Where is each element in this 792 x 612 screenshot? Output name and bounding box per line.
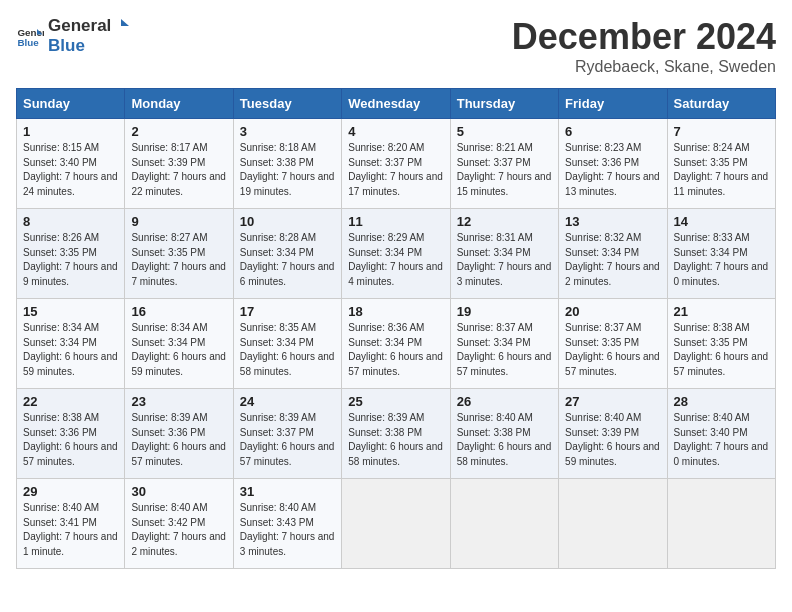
day-number: 25: [348, 394, 443, 409]
header-row: SundayMondayTuesdayWednesdayThursdayFrid…: [17, 89, 776, 119]
day-info: Sunrise: 8:21 AM Sunset: 3:37 PM Dayligh…: [457, 141, 552, 199]
day-cell: 28 Sunrise: 8:40 AM Sunset: 3:40 PM Dayl…: [667, 389, 775, 479]
day-number: 9: [131, 214, 226, 229]
day-number: 13: [565, 214, 660, 229]
day-info: Sunrise: 8:33 AM Sunset: 3:34 PM Dayligh…: [674, 231, 769, 289]
day-number: 10: [240, 214, 335, 229]
day-info: Sunrise: 8:40 AM Sunset: 3:41 PM Dayligh…: [23, 501, 118, 559]
day-number: 7: [674, 124, 769, 139]
day-info: Sunrise: 8:17 AM Sunset: 3:39 PM Dayligh…: [131, 141, 226, 199]
week-row-4: 22 Sunrise: 8:38 AM Sunset: 3:36 PM Dayl…: [17, 389, 776, 479]
day-cell: 14 Sunrise: 8:33 AM Sunset: 3:34 PM Dayl…: [667, 209, 775, 299]
page-header: General Blue General Blue December 2024 …: [16, 16, 776, 76]
day-number: 22: [23, 394, 118, 409]
month-title: December 2024: [512, 16, 776, 58]
day-info: Sunrise: 8:39 AM Sunset: 3:38 PM Dayligh…: [348, 411, 443, 469]
day-info: Sunrise: 8:20 AM Sunset: 3:37 PM Dayligh…: [348, 141, 443, 199]
day-cell: 10 Sunrise: 8:28 AM Sunset: 3:34 PM Dayl…: [233, 209, 341, 299]
header-sunday: Sunday: [17, 89, 125, 119]
week-row-2: 8 Sunrise: 8:26 AM Sunset: 3:35 PM Dayli…: [17, 209, 776, 299]
day-cell: 1 Sunrise: 8:15 AM Sunset: 3:40 PM Dayli…: [17, 119, 125, 209]
header-tuesday: Tuesday: [233, 89, 341, 119]
day-cell: 30 Sunrise: 8:40 AM Sunset: 3:42 PM Dayl…: [125, 479, 233, 569]
svg-marker-3: [121, 19, 129, 26]
day-cell: 20 Sunrise: 8:37 AM Sunset: 3:35 PM Dayl…: [559, 299, 667, 389]
day-info: Sunrise: 8:38 AM Sunset: 3:35 PM Dayligh…: [674, 321, 769, 379]
day-cell: [342, 479, 450, 569]
day-info: Sunrise: 8:18 AM Sunset: 3:38 PM Dayligh…: [240, 141, 335, 199]
day-info: Sunrise: 8:24 AM Sunset: 3:35 PM Dayligh…: [674, 141, 769, 199]
svg-text:Blue: Blue: [17, 37, 39, 48]
day-info: Sunrise: 8:34 AM Sunset: 3:34 PM Dayligh…: [131, 321, 226, 379]
day-info: Sunrise: 8:31 AM Sunset: 3:34 PM Dayligh…: [457, 231, 552, 289]
day-number: 19: [457, 304, 552, 319]
day-number: 29: [23, 484, 118, 499]
day-cell: 31 Sunrise: 8:40 AM Sunset: 3:43 PM Dayl…: [233, 479, 341, 569]
day-info: Sunrise: 8:40 AM Sunset: 3:42 PM Dayligh…: [131, 501, 226, 559]
day-info: Sunrise: 8:40 AM Sunset: 3:38 PM Dayligh…: [457, 411, 552, 469]
day-cell: [667, 479, 775, 569]
day-number: 6: [565, 124, 660, 139]
day-cell: 17 Sunrise: 8:35 AM Sunset: 3:34 PM Dayl…: [233, 299, 341, 389]
day-info: Sunrise: 8:34 AM Sunset: 3:34 PM Dayligh…: [23, 321, 118, 379]
day-info: Sunrise: 8:27 AM Sunset: 3:35 PM Dayligh…: [131, 231, 226, 289]
day-number: 27: [565, 394, 660, 409]
day-cell: 6 Sunrise: 8:23 AM Sunset: 3:36 PM Dayli…: [559, 119, 667, 209]
day-info: Sunrise: 8:26 AM Sunset: 3:35 PM Dayligh…: [23, 231, 118, 289]
day-number: 8: [23, 214, 118, 229]
day-cell: 18 Sunrise: 8:36 AM Sunset: 3:34 PM Dayl…: [342, 299, 450, 389]
day-cell: 29 Sunrise: 8:40 AM Sunset: 3:41 PM Dayl…: [17, 479, 125, 569]
day-number: 1: [23, 124, 118, 139]
header-thursday: Thursday: [450, 89, 558, 119]
day-cell: 15 Sunrise: 8:34 AM Sunset: 3:34 PM Dayl…: [17, 299, 125, 389]
day-cell: 26 Sunrise: 8:40 AM Sunset: 3:38 PM Dayl…: [450, 389, 558, 479]
day-cell: [559, 479, 667, 569]
day-info: Sunrise: 8:37 AM Sunset: 3:35 PM Dayligh…: [565, 321, 660, 379]
logo-blue: Blue: [48, 36, 131, 56]
logo-arrow-icon: [113, 17, 131, 35]
day-info: Sunrise: 8:37 AM Sunset: 3:34 PM Dayligh…: [457, 321, 552, 379]
day-cell: 4 Sunrise: 8:20 AM Sunset: 3:37 PM Dayli…: [342, 119, 450, 209]
day-number: 24: [240, 394, 335, 409]
day-number: 28: [674, 394, 769, 409]
day-info: Sunrise: 8:39 AM Sunset: 3:36 PM Dayligh…: [131, 411, 226, 469]
day-cell: 25 Sunrise: 8:39 AM Sunset: 3:38 PM Dayl…: [342, 389, 450, 479]
day-cell: 3 Sunrise: 8:18 AM Sunset: 3:38 PM Dayli…: [233, 119, 341, 209]
day-cell: 5 Sunrise: 8:21 AM Sunset: 3:37 PM Dayli…: [450, 119, 558, 209]
day-info: Sunrise: 8:40 AM Sunset: 3:39 PM Dayligh…: [565, 411, 660, 469]
day-info: Sunrise: 8:36 AM Sunset: 3:34 PM Dayligh…: [348, 321, 443, 379]
day-number: 3: [240, 124, 335, 139]
day-number: 5: [457, 124, 552, 139]
day-number: 31: [240, 484, 335, 499]
day-cell: 12 Sunrise: 8:31 AM Sunset: 3:34 PM Dayl…: [450, 209, 558, 299]
day-cell: 13 Sunrise: 8:32 AM Sunset: 3:34 PM Dayl…: [559, 209, 667, 299]
day-number: 4: [348, 124, 443, 139]
logo-icon: General Blue: [16, 22, 44, 50]
header-friday: Friday: [559, 89, 667, 119]
day-number: 11: [348, 214, 443, 229]
day-cell: 24 Sunrise: 8:39 AM Sunset: 3:37 PM Dayl…: [233, 389, 341, 479]
day-cell: 11 Sunrise: 8:29 AM Sunset: 3:34 PM Dayl…: [342, 209, 450, 299]
day-number: 15: [23, 304, 118, 319]
week-row-3: 15 Sunrise: 8:34 AM Sunset: 3:34 PM Dayl…: [17, 299, 776, 389]
day-cell: 27 Sunrise: 8:40 AM Sunset: 3:39 PM Dayl…: [559, 389, 667, 479]
day-info: Sunrise: 8:40 AM Sunset: 3:40 PM Dayligh…: [674, 411, 769, 469]
header-wednesday: Wednesday: [342, 89, 450, 119]
day-number: 23: [131, 394, 226, 409]
day-number: 30: [131, 484, 226, 499]
day-info: Sunrise: 8:35 AM Sunset: 3:34 PM Dayligh…: [240, 321, 335, 379]
day-number: 2: [131, 124, 226, 139]
day-cell: 8 Sunrise: 8:26 AM Sunset: 3:35 PM Dayli…: [17, 209, 125, 299]
day-info: Sunrise: 8:15 AM Sunset: 3:40 PM Dayligh…: [23, 141, 118, 199]
header-saturday: Saturday: [667, 89, 775, 119]
title-area: December 2024 Rydebaeck, Skane, Sweden: [512, 16, 776, 76]
day-number: 12: [457, 214, 552, 229]
day-number: 26: [457, 394, 552, 409]
day-info: Sunrise: 8:40 AM Sunset: 3:43 PM Dayligh…: [240, 501, 335, 559]
day-cell: 9 Sunrise: 8:27 AM Sunset: 3:35 PM Dayli…: [125, 209, 233, 299]
day-info: Sunrise: 8:29 AM Sunset: 3:34 PM Dayligh…: [348, 231, 443, 289]
day-cell: 16 Sunrise: 8:34 AM Sunset: 3:34 PM Dayl…: [125, 299, 233, 389]
logo-general: General: [48, 16, 111, 36]
day-cell: [450, 479, 558, 569]
day-cell: 2 Sunrise: 8:17 AM Sunset: 3:39 PM Dayli…: [125, 119, 233, 209]
